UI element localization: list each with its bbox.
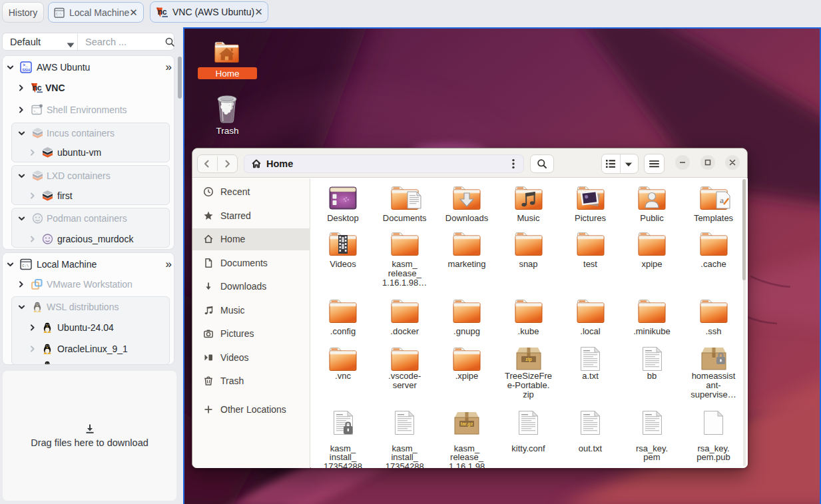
svg-text:SSH: SSH — [22, 68, 30, 72]
svg-text:nc: nc — [158, 7, 167, 17]
svg-text:zip: zip — [525, 357, 532, 362]
svg-text:C:\: C:\ — [56, 13, 62, 16]
svg-text:>_: >_ — [33, 109, 39, 114]
svg-text:nc: nc — [33, 83, 42, 92]
svg-text:a: a — [720, 196, 724, 205]
svg-text:>_: >_ — [23, 63, 28, 68]
svg-text:C:\: C:\ — [22, 264, 29, 268]
svg-text:tar.gz: tar.gz — [461, 421, 473, 427]
